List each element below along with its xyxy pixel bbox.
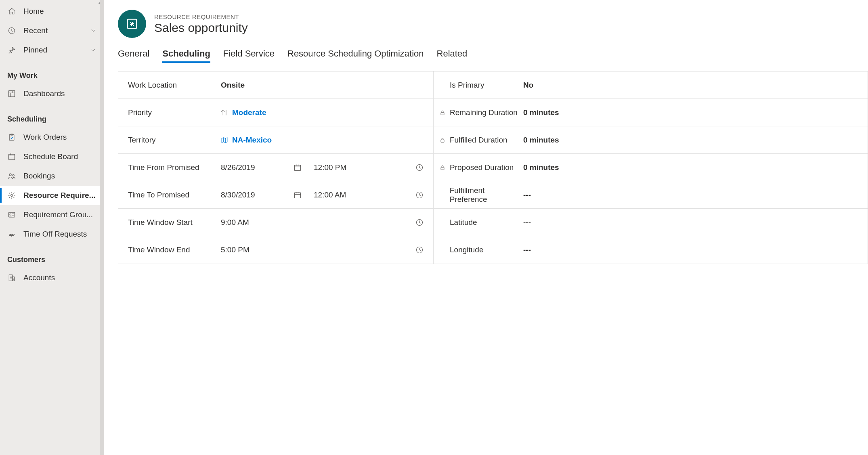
clock-icon[interactable]: [415, 218, 424, 226]
time-field[interactable]: 5:00 PM: [221, 245, 424, 254]
record-header: RESOURCE REQUIREMENT Sales opportunity: [118, 10, 868, 38]
lock-icon: [438, 164, 447, 171]
field-label: Is Primary: [438, 81, 523, 90]
clock-icon[interactable]: [415, 246, 424, 254]
home-icon: [7, 7, 16, 16]
nav-item[interactable]: Time Off Requests: [0, 224, 104, 244]
priority-icon: [221, 109, 228, 116]
nav-item[interactable]: Accounts: [0, 268, 104, 287]
card-icon: [7, 210, 16, 219]
field-value[interactable]: Onsite: [221, 81, 424, 90]
field-value[interactable]: ---: [523, 245, 858, 254]
page-title: Sales opportunity: [154, 21, 248, 35]
map-icon: [221, 136, 228, 144]
field-label: Time Window End: [128, 245, 221, 254]
form-panel: Work LocationOnsitePriorityModerateTerri…: [118, 71, 868, 264]
field-row: Proposed Duration0 minutes: [434, 154, 868, 181]
nav-item-pinned[interactable]: Pinned: [0, 40, 104, 60]
timeoff-icon: [7, 230, 16, 239]
lookup-link[interactable]: NA-Mexico: [232, 136, 272, 145]
time-field[interactable]: 9:00 AM: [221, 218, 424, 227]
form-column-left: Work LocationOnsitePriorityModerateTerri…: [118, 71, 433, 264]
nav-label: Schedule Board: [23, 152, 96, 161]
nav-label: Accounts: [23, 273, 96, 282]
svg-point-5: [9, 174, 11, 176]
nav-label: Requirement Grou...: [23, 210, 96, 219]
label-text: Proposed Duration: [450, 163, 514, 172]
field-row: Latitude---: [434, 209, 868, 236]
svg-rect-4: [9, 154, 15, 159]
dashboard-icon: [7, 89, 16, 98]
time-value: 9:00 AM: [221, 218, 249, 227]
gear-icon: [7, 191, 16, 200]
date-field[interactable]: 8/30/2019: [221, 191, 302, 199]
nav-label: Resource Require...: [23, 191, 96, 200]
clock-icon[interactable]: [415, 191, 424, 199]
field-row: Is PrimaryNo: [434, 71, 868, 99]
calendar-icon[interactable]: [294, 191, 302, 199]
field-label: Remaining Duration: [438, 108, 523, 117]
nav-group-title: Customers: [0, 251, 104, 268]
field-label: Time To Promised: [128, 191, 221, 199]
field-value[interactable]: ---: [523, 218, 858, 227]
date-value: 8/26/2019: [221, 163, 255, 172]
lookup-field[interactable]: NA-Mexico: [221, 136, 424, 145]
lookup-link[interactable]: Moderate: [232, 108, 266, 117]
nav-label: Time Off Requests: [23, 230, 96, 239]
calendar-icon[interactable]: [294, 164, 302, 172]
field-value: 0 minutes: [523, 163, 858, 172]
nav-label: Home: [23, 7, 96, 16]
field-label: Latitude: [438, 218, 523, 227]
label-text: Fulfillment Preference: [450, 186, 523, 204]
nav-item[interactable]: Bookings: [0, 166, 104, 186]
svg-point-9: [10, 214, 11, 215]
people-icon: [7, 172, 16, 180]
label-text: Fulfilled Duration: [450, 136, 507, 145]
field-row: TerritoryNA-Mexico: [118, 126, 433, 154]
date-field[interactable]: 8/26/2019: [221, 163, 302, 172]
nav-item[interactable]: Dashboards: [0, 84, 104, 103]
field-label: Time Window Start: [128, 218, 221, 227]
nav-group-title: My Work: [0, 67, 104, 84]
svg-rect-1: [9, 91, 15, 97]
field-label: Proposed Duration: [438, 163, 523, 172]
nav-item-recent[interactable]: Recent: [0, 21, 104, 40]
svg-rect-20: [441, 140, 444, 142]
nav-label: Bookings: [23, 172, 96, 180]
building-icon: [7, 273, 16, 282]
svg-rect-15: [295, 193, 301, 198]
field-row: Fulfillment Preference---: [434, 181, 868, 209]
svg-point-7: [11, 195, 13, 197]
field-row: Remaining Duration0 minutes: [434, 99, 868, 126]
time-field[interactable]: 12:00 PM: [302, 163, 424, 172]
field-value[interactable]: ---: [523, 191, 858, 199]
field-label: Longitude: [438, 245, 523, 254]
date-value: 8/30/2019: [221, 191, 255, 199]
tab-related[interactable]: Related: [437, 48, 468, 63]
svg-rect-13: [295, 165, 301, 170]
nav-label: Work Orders: [23, 133, 96, 142]
tab-general[interactable]: General: [118, 48, 149, 63]
tab-scheduling[interactable]: Scheduling: [162, 48, 210, 63]
nav-item[interactable]: Resource Require...: [0, 186, 104, 205]
field-label: Work Location: [128, 81, 221, 90]
tab-resource-scheduling-optimization[interactable]: Resource Scheduling Optimization: [287, 48, 424, 63]
nav-item[interactable]: Schedule Board: [0, 147, 104, 166]
svg-rect-10: [9, 275, 12, 281]
time-value: 12:00 PM: [314, 163, 346, 172]
chevron-down-icon: [90, 47, 96, 53]
nav-item-home[interactable]: Home: [0, 2, 104, 21]
field-row: PriorityModerate: [118, 99, 433, 126]
tab-field-service[interactable]: Field Service: [223, 48, 275, 63]
svg-point-6: [13, 174, 14, 176]
field-value[interactable]: No: [523, 81, 858, 90]
field-row: Work LocationOnsite: [118, 71, 433, 99]
time-field[interactable]: 12:00 AM: [302, 191, 424, 199]
svg-rect-21: [441, 167, 444, 170]
clock-icon[interactable]: [415, 164, 424, 172]
nav-item[interactable]: Requirement Grou...: [0, 205, 104, 224]
lookup-field[interactable]: Moderate: [221, 108, 424, 117]
nav-label: Pinned: [23, 46, 90, 55]
field-label: Time From Promised: [128, 163, 221, 172]
nav-item[interactable]: Work Orders: [0, 128, 104, 147]
